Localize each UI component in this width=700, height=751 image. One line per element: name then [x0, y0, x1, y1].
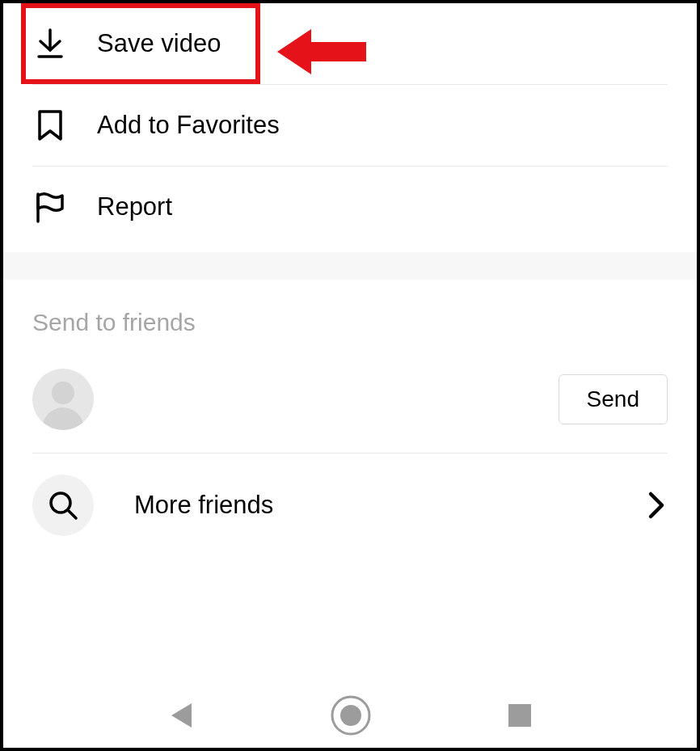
report-label: Report [97, 192, 172, 222]
nav-bar [3, 683, 697, 748]
save-video-item[interactable]: Save video [21, 3, 260, 84]
report-item[interactable]: Report [32, 167, 668, 247]
friend-row: Send [32, 359, 668, 454]
highlight-arrow [277, 27, 366, 79]
add-favorites-label: Add to Favorites [97, 111, 280, 140]
more-friends-label: More friends [134, 491, 645, 520]
nav-back-button[interactable] [169, 702, 193, 729]
add-favorites-item[interactable]: Add to Favorites [32, 85, 668, 166]
avatar[interactable] [32, 369, 94, 430]
flag-icon [32, 189, 68, 225]
friends-header: Send to friends [32, 309, 668, 336]
nav-recent-button[interactable] [508, 704, 531, 727]
svg-point-0 [52, 382, 74, 404]
nav-home-button[interactable] [331, 695, 371, 736]
download-icon [32, 26, 68, 61]
bookmark-icon [32, 108, 68, 143]
chevron-right-icon [645, 494, 668, 517]
save-video-label: Save video [97, 29, 221, 58]
section-spacer [3, 252, 697, 280]
search-icon [32, 475, 94, 536]
send-button[interactable]: Send [559, 374, 668, 424]
svg-point-3 [340, 705, 361, 726]
more-friends-item[interactable]: More friends [32, 454, 668, 557]
svg-rect-4 [508, 704, 531, 727]
